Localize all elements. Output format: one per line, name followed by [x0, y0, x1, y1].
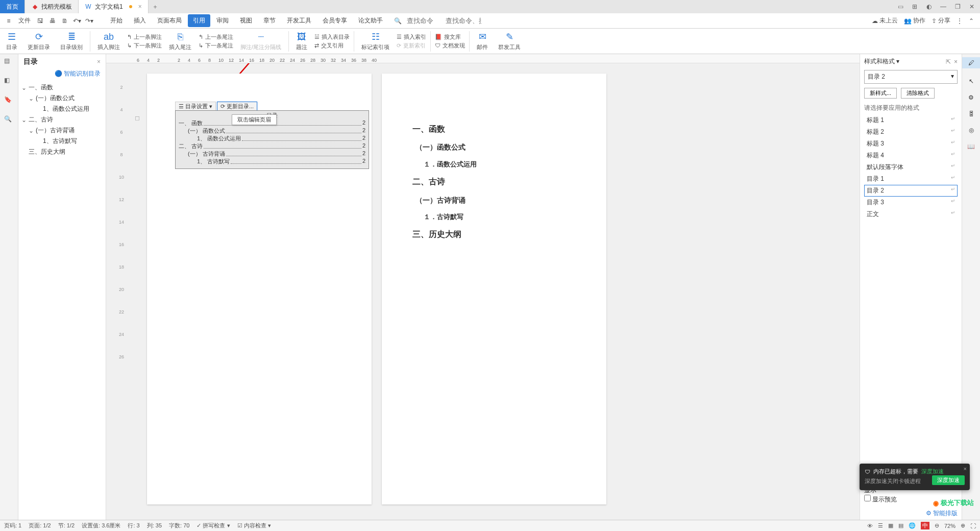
heading-level-1[interactable]: 三、历史大纲 [412, 225, 576, 244]
outline-rail-icon[interactable]: ▤ [4, 57, 14, 67]
clear-format-button[interactable]: 清除格式 [901, 88, 935, 99]
preview-icon[interactable]: 🗎 [59, 15, 70, 27]
book-rail-icon[interactable]: 📖 [967, 143, 975, 150]
menu-thesis[interactable]: 论文助手 [353, 14, 388, 27]
panel-icon[interactable]: ◧ [4, 77, 14, 87]
web-icon[interactable]: 🌐 [909, 522, 916, 529]
style-item[interactable]: 标题 2↵ [864, 126, 958, 138]
discover-button[interactable]: 🛡文档发现 [435, 42, 465, 50]
pin-icon[interactable]: ⇱ [946, 58, 951, 65]
prev-footnote[interactable]: ↰上一条脚注 [127, 33, 162, 41]
view3-icon[interactable]: ▤ [898, 522, 903, 529]
mass-send-button[interactable]: ✎群发工具 [495, 31, 524, 51]
smart-outline-button[interactable]: 🔵 智能识别目录 [18, 69, 106, 80]
eye-icon[interactable]: 👁 [867, 523, 873, 529]
sb-page-number[interactable]: 页码: 1 [4, 522, 21, 529]
template-search-input[interactable] [446, 17, 481, 25]
comment-marker-icon[interactable]: ◻ [135, 114, 140, 122]
toc-row[interactable]: 1、 函数公式运用2 [179, 135, 365, 142]
close-window-button[interactable]: ✕ [966, 3, 978, 10]
zoom-out-icon[interactable]: ⊖ [935, 522, 939, 529]
minimize-button[interactable]: — [937, 3, 949, 10]
heading-level-1[interactable]: 一、函数 [412, 119, 576, 139]
next-footnote[interactable]: ↳下一条脚注 [127, 42, 162, 50]
close-styles-icon[interactable]: × [954, 58, 958, 65]
menu-member[interactable]: 会员专享 [317, 14, 352, 27]
sb-line[interactable]: 行: 3 [128, 522, 139, 529]
menu-dev[interactable]: 开发工具 [282, 14, 316, 27]
document-scroll[interactable]: 2468101214161820222426 ◻ ☰目录设置▾ ⟳更新目录...… [106, 63, 860, 520]
collapse-icon[interactable]: ⌃ [969, 17, 974, 25]
page-1[interactable]: ◻ ☰目录设置▾ ⟳更新目录... 目录 一、 函数2(一） 函数公式21、 函… [147, 74, 372, 504]
menu-start[interactable]: 开始 [105, 14, 128, 27]
sb-content[interactable]: ☑ 内容检查 ▾ [237, 522, 271, 529]
ime-indicator[interactable]: 中 [921, 522, 929, 529]
toast-link[interactable]: 深度加速 [921, 468, 944, 475]
more-icon[interactable]: ⋮ [957, 17, 963, 25]
sb-page-of[interactable]: 页面: 1/2 [29, 522, 51, 529]
heading-level-2[interactable]: （一）函数公式 [412, 139, 576, 156]
view2-icon[interactable]: ▦ [888, 522, 893, 529]
outline-item[interactable]: 三、历史大纲 [21, 147, 103, 157]
menu-view[interactable]: 视图 [235, 14, 257, 27]
search-rail-icon[interactable]: 🔍 [4, 115, 14, 126]
toast-action-button[interactable]: 深度加速 [932, 475, 965, 485]
cloud-status[interactable]: ☁未上云 [872, 16, 898, 25]
view1-icon[interactable]: ☰ [878, 522, 883, 529]
preview-checkbox[interactable]: 显示预览 [864, 496, 897, 503]
toc-button[interactable]: ☰目录 [3, 31, 20, 51]
outline-item[interactable]: ⌄(一）函数公式 [21, 93, 103, 104]
zoom-value[interactable]: 72% [944, 523, 955, 529]
redo-icon[interactable]: ↷▾ [84, 15, 95, 27]
style-item[interactable]: 正文↵ [864, 208, 958, 220]
tab-home[interactable]: 首页 [0, 0, 25, 13]
close-icon[interactable]: × [138, 3, 142, 10]
insert-footnote-button[interactable]: ab插入脚注 [94, 32, 123, 51]
cross-ref[interactable]: ⇄交叉引用 [314, 42, 350, 50]
insert-fig-toc[interactable]: ☱插入表目录 [314, 33, 350, 41]
heading-level-2[interactable]: （一）古诗背诵 [412, 192, 576, 209]
user-icon[interactable]: ◐ [923, 3, 935, 10]
heading-level-3[interactable]: １．古诗默写 [412, 209, 576, 225]
heading-level-3[interactable]: １．函数公式运用 [412, 156, 576, 172]
update-toc-button[interactable]: ⟳更新目录 [24, 31, 53, 51]
sb-spell[interactable]: ✓ 拼写检查 ▾ [197, 522, 230, 529]
pointer-rail-icon[interactable]: ↖ [969, 78, 974, 85]
bookmark-icon[interactable]: 🔖 [4, 96, 14, 106]
style-item[interactable]: 目录 1↵ [864, 173, 958, 185]
smart-typeset-button[interactable]: ⚙ 智能排版 [860, 507, 962, 520]
style-item[interactable]: 标题 1↵ [864, 114, 958, 126]
maximize-button[interactable]: ❐ [951, 3, 964, 10]
file-menu[interactable]: 文件 [15, 16, 34, 25]
mail-button[interactable]: ✉邮件 [474, 31, 491, 51]
menu-insert[interactable]: 插入 [129, 14, 151, 27]
layout-icon[interactable]: ▭ [894, 3, 906, 10]
tab-templates[interactable]: ◆ 找稻壳模板 [25, 0, 79, 13]
menu-layout[interactable]: 页面布局 [152, 14, 187, 27]
tab-document[interactable]: W 文字文稿1 × [79, 0, 149, 13]
toc-row[interactable]: 二、 古诗2 [179, 142, 365, 150]
lib-button[interactable]: 📕搜文库 [435, 33, 465, 41]
style-item[interactable]: 标题 3↵ [864, 138, 958, 150]
caption-button[interactable]: 🖼题注 [293, 32, 310, 51]
toc-level-button[interactable]: ≣目录级别 [57, 31, 86, 51]
style-item[interactable]: 目录 3↵ [864, 197, 958, 208]
menu-review[interactable]: 审阅 [211, 14, 234, 27]
page-2[interactable]: 一、函数（一）函数公式１．函数公式运用二、古诗（一）古诗背诵１．古诗默写三、历史… [382, 74, 606, 504]
current-style-select[interactable]: 目录 2▾ [864, 70, 958, 84]
ruler-vertical[interactable]: 2468101214161820222426 [116, 74, 127, 510]
insert-endnote-button[interactable]: ⎘插入尾注 [166, 32, 194, 51]
prev-endnote[interactable]: ↰上一条尾注 [199, 33, 233, 41]
outline-item[interactable]: ⌄(一）古诗背诵 [21, 125, 103, 136]
save-icon[interactable]: 🖫 [35, 15, 46, 27]
settings-rail-icon[interactable]: ⚙ [968, 94, 974, 101]
menu-chapter[interactable]: 章节 [258, 14, 281, 27]
ruler-horizontal[interactable]: 642246810121416182022242628303234363840 [106, 54, 860, 63]
command-search-input[interactable] [407, 17, 440, 25]
sb-position[interactable]: 设置值: 3.6厘米 [82, 522, 120, 529]
sb-col[interactable]: 列: 35 [147, 522, 162, 529]
next-endnote[interactable]: ↳下一条尾注 [199, 42, 233, 50]
style-item[interactable]: 默认段落字体↵ [864, 161, 958, 173]
insert-index[interactable]: ☰插入索引 [397, 33, 426, 41]
outline-item[interactable]: ⌄二、古诗 [21, 114, 103, 125]
